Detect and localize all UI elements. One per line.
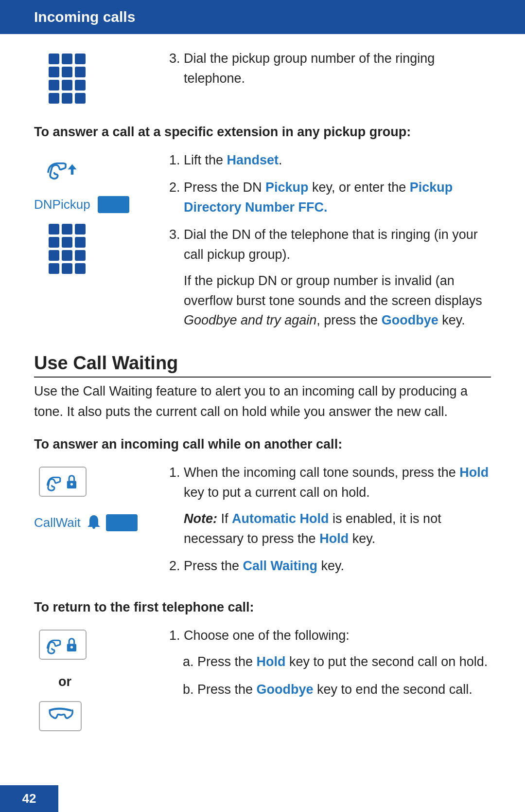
return-first-block: or Choose one of the following: <box>34 626 491 731</box>
return-steps-col: Choose one of the following: Press the H… <box>170 626 491 707</box>
return-icon-col: or <box>34 626 170 731</box>
pickup-extension-heading: To answer a call at a specific extension… <box>34 123 491 142</box>
page-title: Incoming calls <box>34 9 501 25</box>
pickup-group-section: Dial the pickup group number of the ring… <box>34 49 491 338</box>
svg-point-2 <box>70 483 73 486</box>
keypad-icon <box>49 54 86 104</box>
return-step1a: Press the Hold key to put the second cal… <box>197 652 491 672</box>
page-content: Dial the pickup group number of the ring… <box>0 34 525 785</box>
phone-hold-icon <box>39 467 87 497</box>
auto-hold-note: Note: If Automatic Hold is enabled, it i… <box>184 509 491 548</box>
answer-while-steps-list: When the incoming call tone sounds, pres… <box>170 463 491 576</box>
step3-block: Dial the pickup group number of the ring… <box>34 49 491 108</box>
hold-link-1: Hold <box>459 465 489 480</box>
step3-text-col: Dial the pickup group number of the ring… <box>170 49 491 96</box>
answer-while-on-call-heading: To answer an incoming call while on anot… <box>34 435 491 454</box>
callwait-label: CallWait <box>34 515 81 530</box>
or-label: or <box>58 674 71 689</box>
pickup-icon-col: DNPickup <box>34 150 170 279</box>
svg-point-4 <box>70 646 73 648</box>
step3-icon-col <box>34 49 170 108</box>
use-call-waiting-title: Use Call Waiting <box>34 353 491 378</box>
answer-while-icon-col: CallWait <box>34 463 170 540</box>
call-waiting-link: Call Waiting <box>243 559 318 573</box>
goodbye-phone-icon <box>39 701 82 731</box>
handset-icon <box>44 155 88 185</box>
keypad-icon-2 <box>49 224 86 274</box>
svg-marker-0 <box>68 164 77 175</box>
goodbye-link: Goodbye <box>382 313 438 327</box>
callwait-row: CallWait <box>34 514 138 531</box>
auto-hold-link: Automatic Hold <box>232 511 329 526</box>
handset-link: Handset <box>227 153 279 167</box>
use-call-waiting-description: Use the Call Waiting feature to alert yo… <box>34 381 491 422</box>
phone-hold-box-2 <box>39 630 87 660</box>
return-step1: Choose one of the following: Press the H… <box>184 626 491 700</box>
page-footer: 42 <box>0 785 58 812</box>
pickup-note: If the pickup DN or group number is inva… <box>184 271 491 330</box>
pickup-step1: Lift the Handset. <box>184 150 491 170</box>
page-number: 42 <box>22 791 36 806</box>
pickup-link: Pickup <box>265 180 309 195</box>
goodbye-link-2: Goodbye <box>257 682 314 697</box>
return-sub-list: Press the Hold key to put the second cal… <box>184 652 491 699</box>
dnpickup-label: DNPickup <box>34 197 90 212</box>
answer-while-block: CallWait When the incoming call tone sou… <box>34 463 491 584</box>
hold-link-3: Hold <box>257 654 286 669</box>
pickup-extension-block: DNPickup Lift the Handset. <box>34 150 491 338</box>
return-steps-list: Choose one of the following: Press the H… <box>170 626 491 700</box>
callwait-key-button <box>106 514 138 531</box>
answer-while-step1: When the incoming call tone sounds, pres… <box>184 463 491 548</box>
return-step1b: Press the Goodbye key to end the second … <box>197 680 491 700</box>
pickup-steps-col: Lift the Handset. Press the DN Pickup ke… <box>170 150 491 338</box>
page-header: Incoming calls <box>0 0 525 34</box>
use-call-waiting-section: Use Call Waiting Use the Call Waiting fe… <box>34 353 491 731</box>
goodbye-phone-box <box>39 701 82 731</box>
pickup-step3: Dial the DN of the telephone that is rin… <box>184 225 491 330</box>
pickup-steps-list: Lift the Handset. Press the DN Pickup ke… <box>170 150 491 330</box>
return-to-first-call-heading: To return to the first telephone call: <box>34 598 491 617</box>
pickup-step2: Press the DN Pickup key, or enter the Pi… <box>184 178 491 217</box>
dnpickup-row: DNPickup <box>34 196 129 213</box>
step3-item: Dial the pickup group number of the ring… <box>184 49 491 88</box>
dnpickup-key-button <box>98 196 129 213</box>
hold-link-2: Hold <box>319 531 349 546</box>
answer-while-steps-col: When the incoming call tone sounds, pres… <box>170 463 491 584</box>
phone-hold-box <box>39 467 87 497</box>
phone-hold-icon-2 <box>39 630 87 660</box>
bell-icon <box>87 514 101 531</box>
answer-while-step2: Press the Call Waiting key. <box>184 556 491 576</box>
